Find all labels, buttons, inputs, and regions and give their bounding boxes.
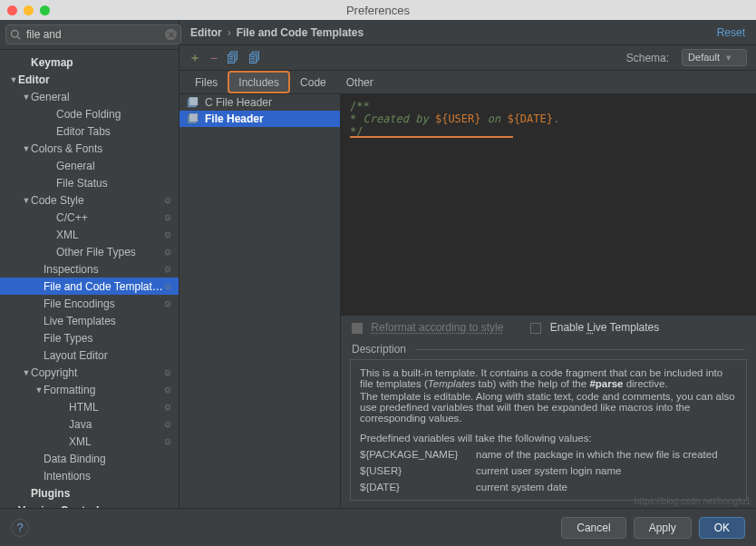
scope-icon: ⛭: [163, 419, 173, 430]
svg-rect-5: [189, 113, 198, 122]
code-l2e: ${DATE}: [507, 112, 553, 125]
code-l2a: *: [350, 112, 363, 125]
variable-name: ${USER}: [360, 465, 476, 476]
scope-icon: ⛭: [163, 264, 173, 275]
sidebar-item-plugins[interactable]: Plugins: [0, 484, 179, 502]
apply-button[interactable]: Apply: [634, 517, 692, 539]
settings-tree: Keymap▼Editor▼GeneralCode FoldingEditor …: [0, 50, 179, 508]
sidebar-item-code-style[interactable]: ▼Code Style⛭: [0, 191, 179, 209]
sidebar-item-c-c-[interactable]: C/C++⛭: [0, 209, 179, 226]
template-item-c-file-header[interactable]: C File Header: [179, 94, 340, 111]
variable-desc: name of the package in which the new fil…: [476, 449, 718, 460]
sidebar-item-label: Other File Types: [56, 246, 163, 258]
scope-icon: ⛭: [163, 229, 173, 240]
scope-icon: ⛭: [163, 367, 173, 378]
sidebar-item-intentions[interactable]: Intentions: [0, 467, 179, 484]
disclosure-arrow-icon: ▼: [34, 385, 44, 395]
window-title: Preferences: [0, 4, 756, 17]
disclosure-arrow-icon: ▼: [22, 93, 31, 102]
sidebar-item-label: File Status: [56, 177, 173, 190]
sidebar-item-editor-tabs[interactable]: Editor Tabs: [0, 122, 179, 140]
sidebar-item-label: Java: [69, 418, 163, 431]
sidebar-item-file-encodings[interactable]: File Encodings⛭: [0, 295, 179, 312]
sidebar-item-label: XML: [56, 229, 163, 241]
scope-icon: ⛭: [163, 385, 173, 395]
reformat-label: Reformat according to style: [371, 321, 503, 334]
dialog-footer: ? Cancel Apply OK: [0, 508, 756, 546]
sidebar-item-java[interactable]: Java⛭: [0, 415, 179, 433]
disclosure-arrow-icon: ▼: [22, 368, 31, 377]
schema-value: Default: [688, 52, 720, 63]
sidebar-item-html[interactable]: HTML⛭: [0, 398, 179, 415]
sidebar-item-formatting[interactable]: ▼Formatting⛭: [0, 381, 179, 398]
code-l2b: Created by: [363, 112, 434, 125]
description-box: This is a built-in template. It contains…: [350, 359, 747, 501]
reformat-checkbox[interactable]: Reformat according to style: [352, 321, 503, 334]
copy-icon[interactable]: 🗐: [227, 51, 239, 65]
sidebar-item-colors-fonts[interactable]: ▼Colors & Fonts: [0, 140, 179, 157]
sidebar-item-label: File Encodings: [44, 297, 163, 310]
ok-button[interactable]: OK: [699, 517, 745, 539]
sidebar-item-file-types[interactable]: File Types: [0, 329, 179, 346]
reset-link[interactable]: Reset: [717, 26, 745, 39]
clear-search-icon[interactable]: ✕: [165, 29, 177, 41]
desc-p1c: tab) with the help of the: [475, 378, 589, 389]
tab-includes[interactable]: Includes: [228, 71, 290, 93]
enable-live-templates-checkbox[interactable]: Enable Live Templates: [530, 321, 659, 334]
tab-files[interactable]: Files: [185, 71, 228, 93]
sidebar-item-keymap[interactable]: Keymap: [0, 54, 179, 71]
tab-code[interactable]: Code: [290, 71, 336, 93]
sidebar-item-copyright[interactable]: ▼Copyright⛭: [0, 364, 179, 381]
sidebar-item-label: Copyright: [31, 366, 163, 379]
search-input[interactable]: [5, 24, 181, 44]
add-icon[interactable]: ＋: [189, 50, 201, 66]
desc-p2: The template is editable. Along with sta…: [360, 391, 737, 424]
sidebar-item-other-file-types[interactable]: Other File Types⛭: [0, 243, 179, 260]
help-icon[interactable]: ?: [11, 519, 29, 537]
sidebar-item-editor[interactable]: ▼Editor: [0, 71, 179, 88]
sidebar-item-label: Live Templates: [44, 315, 173, 327]
live-post: ive Templates: [593, 321, 659, 334]
template-item-file-header[interactable]: File Header: [179, 111, 340, 127]
sidebar-item-data-binding[interactable]: Data Binding: [0, 450, 179, 467]
scope-icon: ⛭: [163, 298, 173, 309]
disclosure-arrow-icon: ▼: [22, 196, 31, 205]
remove-icon[interactable]: −: [210, 51, 218, 65]
sidebar-item-general[interactable]: General: [0, 157, 179, 174]
svg-line-1: [17, 36, 20, 39]
code-l1: /**: [350, 100, 370, 112]
copy-template-icon[interactable]: 🗐: [248, 51, 261, 65]
desc-p1e: directive.: [623, 378, 667, 389]
sidebar-item-version-control[interactable]: ▼Version Control⛭: [0, 502, 179, 508]
sidebar-item-general[interactable]: ▼General: [0, 88, 179, 105]
sidebar-item-xml[interactable]: XML⛭: [0, 226, 179, 243]
template-tabs: FilesIncludesCodeOther: [179, 71, 756, 94]
code-editor[interactable]: /** * Created by ${USER} on ${DATE}. */: [341, 94, 756, 315]
sidebar-item-xml[interactable]: XML⛭: [0, 433, 179, 450]
live-pre: Enable: [550, 321, 587, 334]
schema-label: Schema:: [626, 52, 669, 64]
svg-rect-3: [189, 97, 198, 105]
breadcrumb-root[interactable]: Editor: [190, 26, 222, 39]
checkbox-icon: [530, 323, 541, 334]
search-icon: [10, 29, 21, 40]
cancel-button[interactable]: Cancel: [561, 517, 625, 539]
tab-other[interactable]: Other: [336, 71, 383, 93]
variable-row: ${DATE}current system date: [360, 482, 737, 492]
desc-p1b: Templates: [428, 378, 476, 389]
schema-select[interactable]: Default ▾: [682, 49, 747, 66]
sidebar-item-file-status[interactable]: File Status: [0, 174, 179, 191]
sidebar-item-file-and-code-templates[interactable]: File and Code Templates⛭: [0, 278, 179, 295]
sidebar-item-label: Inspections: [44, 263, 163, 276]
sidebar-item-label: Version Control: [18, 504, 163, 509]
sidebar-item-code-folding[interactable]: Code Folding: [0, 105, 179, 122]
options-row: Reformat according to style Enable Live …: [341, 315, 756, 339]
sidebar-item-layout-editor[interactable]: Layout Editor: [0, 346, 179, 364]
sidebar-item-live-templates[interactable]: Live Templates: [0, 312, 179, 329]
sidebar-item-label: Editor Tabs: [56, 125, 173, 138]
scope-icon: ⛭: [163, 505, 173, 509]
watermark: https://blog.csdn.net/hongfu1: [635, 496, 751, 506]
disclosure-arrow-icon: ▼: [9, 75, 18, 84]
sidebar-item-inspections[interactable]: Inspections⛭: [0, 260, 179, 278]
variable-name: ${DATE}: [360, 482, 476, 492]
